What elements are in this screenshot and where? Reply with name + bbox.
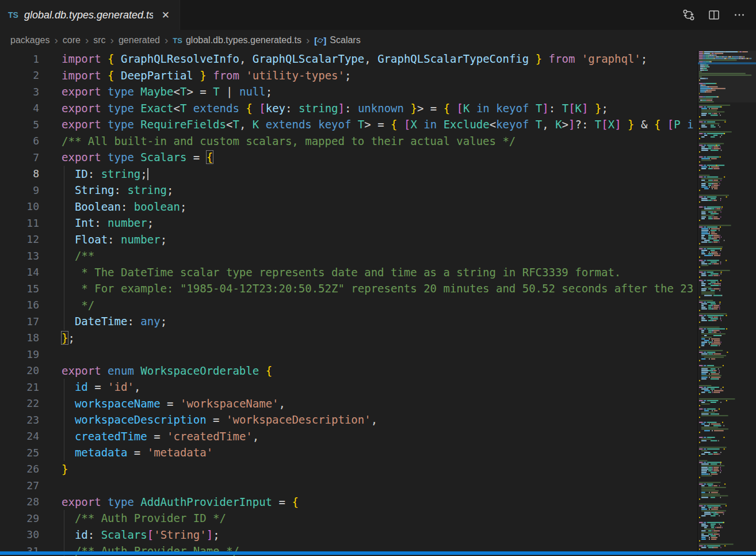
indent-guide: [64, 444, 64, 461]
breadcrumb-chevron-icon: ›: [110, 35, 114, 45]
editor-actions: [680, 0, 756, 30]
code-line[interactable]: 28export type AddAuthProviderInput = {: [0, 494, 697, 511]
code-line[interactable]: 15 * For example: "1985-04-12T23:20:50.5…: [0, 280, 697, 297]
line-number: 17: [0, 315, 62, 327]
code-line[interactable]: 2import { DeepPartial } from 'utility-ty…: [0, 67, 697, 84]
breadcrumb-item-core[interactable]: core: [63, 35, 81, 45]
vscode-window: TS global.db.types.generated.ts ✕: [0, 0, 756, 556]
code-text: String: string;: [62, 184, 174, 196]
code-line[interactable]: 23 workspaceDescription = 'workspaceDesc…: [0, 412, 697, 428]
code-text: DateTime: any;: [62, 315, 167, 327]
code-line[interactable]: 17 DateTime: any;: [0, 313, 697, 330]
line-number: 10: [0, 200, 62, 212]
code-line[interactable]: 12 Float: number;: [0, 231, 697, 248]
line-number: 2: [0, 69, 62, 81]
breadcrumb-item-packages[interactable]: packages: [10, 35, 50, 45]
code-line[interactable]: 19: [0, 346, 697, 363]
code-line[interactable]: 24 createdTime = 'createdTime',: [0, 428, 697, 445]
code-text: export type Exact<T extends { [key: stri…: [62, 102, 608, 115]
code-line[interactable]: 18};: [0, 330, 697, 346]
code-line[interactable]: 29 /** Auth Provider ID */: [0, 510, 697, 527]
code-text: id = 'id',: [62, 380, 140, 393]
indent-guide: [64, 527, 64, 543]
indent-guide: [64, 215, 64, 231]
split-editor-icon[interactable]: [705, 6, 723, 24]
compare-changes-icon[interactable]: [680, 6, 697, 24]
code-line[interactable]: 27: [0, 477, 697, 494]
code-text: /** All built-in and custom scalars, map…: [62, 135, 516, 147]
code-line[interactable]: 13 /**: [0, 247, 697, 264]
minimap[interactable]: [697, 51, 756, 556]
line-number: 11: [0, 217, 62, 229]
code-line[interactable]: 6/** All built-in and custom scalars, ma…: [0, 133, 697, 150]
breadcrumb-label: generated: [119, 35, 160, 45]
code-line[interactable]: 30 id: Scalars['String'];: [0, 527, 697, 543]
text-cursor: [147, 168, 148, 180]
code-text: createdTime = 'createdTime',: [62, 430, 259, 443]
code-text: workspaceDescription = 'workspaceDescrip…: [62, 413, 377, 426]
breadcrumb-item-generated[interactable]: generated: [119, 35, 160, 45]
breadcrumb-chevron-icon: ›: [85, 35, 89, 45]
code-line[interactable]: 11 Int: number;: [0, 215, 697, 231]
indent-guide: [64, 510, 64, 527]
breadcrumb-label: packages: [10, 35, 50, 45]
indent-guide: [64, 280, 64, 297]
close-icon[interactable]: ✕: [159, 9, 173, 22]
code-text: export type RequireFields<T, K extends k…: [62, 118, 694, 131]
code-text: */: [62, 299, 94, 311]
line-number: 4: [0, 102, 62, 114]
code-line[interactable]: 9 String: string;: [0, 182, 697, 199]
code-text: export type Maybe<T> = T | null;: [62, 85, 272, 98]
code-line[interactable]: 20export enum WorkspaceOrderable {: [0, 363, 697, 379]
line-number: 14: [0, 266, 62, 278]
code-text: ID: string;: [62, 167, 148, 180]
code-line[interactable]: 26}: [0, 461, 697, 478]
code-text: };: [62, 332, 75, 344]
indent-guide: [64, 166, 64, 182]
breadcrumb-item-scalars[interactable]: []Scalars: [314, 35, 360, 45]
code-line[interactable]: 1import { GraphQLResolveInfo, GraphQLSca…: [0, 51, 697, 67]
code-line[interactable]: 21 id = 'id',: [0, 379, 697, 395]
tab-filename: global.db.types.generated.ts: [24, 9, 153, 21]
breadcrumb-chevron-icon: ›: [165, 35, 168, 45]
more-actions-icon[interactable]: [731, 6, 748, 24]
indent-guide: [64, 199, 64, 215]
line-number: 13: [0, 250, 62, 262]
code-text: /**: [62, 249, 94, 262]
typescript-file-icon: TS: [173, 36, 182, 45]
tab-bar: TS global.db.types.generated.ts ✕: [0, 0, 756, 30]
code-text: workspaceName = 'workspaceName',: [62, 397, 285, 410]
indent-guide: [64, 247, 64, 264]
indent-guide: [64, 412, 64, 428]
line-number: 8: [0, 167, 62, 180]
code-line[interactable]: 10 Boolean: boolean;: [0, 199, 697, 215]
code-line[interactable]: 7export type Scalars = {: [0, 149, 697, 166]
code-text: Int: number;: [62, 216, 154, 229]
code-line[interactable]: 14 * The DateTime scalar type represents…: [0, 264, 697, 281]
panel-sash[interactable]: [0, 551, 756, 555]
line-number: 12: [0, 233, 62, 245]
line-number: 26: [0, 463, 62, 475]
line-number: 6: [0, 135, 62, 147]
line-number: 24: [0, 430, 62, 442]
line-number: 20: [0, 364, 62, 376]
breadcrumb-label: core: [63, 35, 81, 45]
code-line[interactable]: 8 ID: string;: [0, 166, 697, 182]
code-line[interactable]: 25 metadata = 'metadata': [0, 444, 697, 461]
code-text: export type Scalars = {: [62, 151, 213, 163]
code-line[interactable]: 4export type Exact<T extends { [key: str…: [0, 100, 697, 117]
breadcrumb-item-global-db-types-generated-ts[interactable]: TSglobal.db.types.generated.ts: [173, 35, 301, 45]
editor-tab[interactable]: TS global.db.types.generated.ts ✕: [0, 0, 180, 30]
code-text: }: [62, 463, 68, 475]
code-area[interactable]: 1import { GraphQLResolveInfo, GraphQLSca…: [0, 51, 697, 556]
code-text: * For example: "1985-04-12T23:20:50.52Z"…: [62, 282, 693, 295]
line-number: 19: [0, 348, 62, 360]
breadcrumb-item-src[interactable]: src: [93, 35, 105, 45]
line-number: 15: [0, 283, 62, 295]
code-line[interactable]: 16 */: [0, 297, 697, 314]
code-line[interactable]: 5export type RequireFields<T, K extends …: [0, 116, 697, 133]
indent-guide: [64, 313, 64, 330]
code-line[interactable]: 3export type Maybe<T> = T | null;: [0, 83, 697, 100]
line-number: 7: [0, 151, 62, 163]
code-line[interactable]: 22 workspaceName = 'workspaceName',: [0, 395, 697, 412]
